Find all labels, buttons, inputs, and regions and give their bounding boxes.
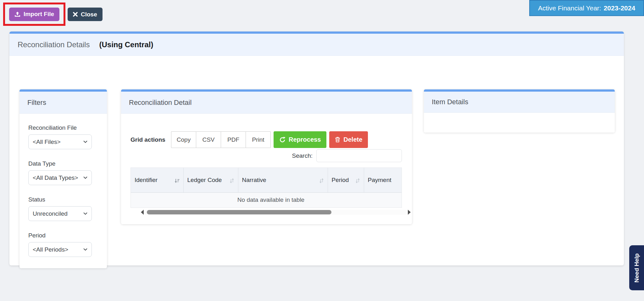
copy-button[interactable]: Copy bbox=[171, 131, 196, 148]
period-value: <All Periods> bbox=[33, 246, 68, 253]
data-type-value: <All Data Types> bbox=[33, 174, 78, 181]
export-button-group: Copy CSV PDF Print bbox=[171, 131, 271, 148]
close-label: Close bbox=[81, 11, 97, 18]
chevron-down-icon bbox=[83, 140, 87, 143]
sort-desc-icon bbox=[175, 179, 180, 183]
reconciliation-file-value: <All Files> bbox=[33, 139, 61, 145]
need-help-label: Need Help bbox=[633, 253, 640, 282]
reconciliation-file-label: Reconciliation File bbox=[28, 124, 99, 131]
filter-field-period: Period <All Periods> bbox=[28, 232, 99, 257]
trash-icon bbox=[335, 137, 340, 143]
reprocess-button[interactable]: Reprocess bbox=[274, 131, 326, 148]
import-highlight-box: Import File bbox=[3, 3, 65, 26]
chevron-down-icon bbox=[83, 212, 87, 215]
need-help-tab[interactable]: Need Help bbox=[629, 245, 644, 290]
item-details-body bbox=[424, 113, 615, 133]
reconciliation-table: Identifier bbox=[131, 168, 402, 208]
data-type-select[interactable]: <All Data Types> bbox=[28, 170, 92, 185]
search-input[interactable] bbox=[316, 149, 402, 162]
item-details-card: Item Details bbox=[424, 89, 615, 133]
financial-year-prefix: Active Financial Year: bbox=[538, 4, 601, 12]
csv-button[interactable]: CSV bbox=[196, 131, 221, 148]
scroll-right-button[interactable] bbox=[407, 210, 411, 215]
chevron-down-icon bbox=[83, 248, 87, 251]
reconciliation-detail-header: Reconciliation Detail bbox=[121, 92, 412, 114]
filters-card: Filters Reconciliation File <All Files> … bbox=[19, 89, 107, 268]
upload-icon bbox=[14, 12, 20, 17]
empty-table-message: No data available in table bbox=[131, 192, 402, 207]
status-select[interactable]: Unreconciled bbox=[28, 206, 92, 221]
filters-card-body: Reconciliation File <All Files> Data Typ… bbox=[19, 114, 107, 257]
reconciliation-detail-body: Grid actions Copy CSV PDF Print bbox=[121, 114, 412, 215]
status-label: Status bbox=[28, 196, 99, 203]
search-row: Search: bbox=[130, 149, 402, 162]
reconciliation-detail-card: Reconciliation Detail Grid actions Copy … bbox=[121, 89, 412, 224]
financial-year-value: 2023-2024 bbox=[604, 4, 635, 12]
period-label: Period bbox=[28, 232, 99, 239]
column-header-ledger-code[interactable]: Ledger Code bbox=[183, 168, 238, 192]
column-header-narrative[interactable]: Narrative bbox=[238, 168, 328, 192]
delete-button[interactable]: Delete bbox=[329, 131, 368, 148]
close-icon bbox=[73, 12, 78, 17]
column-header-period[interactable]: Period bbox=[328, 168, 364, 192]
reprocess-label: Reprocess bbox=[289, 136, 321, 143]
grid-actions-row: Grid actions Copy CSV PDF Print bbox=[130, 131, 412, 148]
reconciliation-file-select[interactable]: <All Files> bbox=[28, 134, 92, 149]
import-file-label: Import File bbox=[24, 11, 54, 18]
scroll-left-button[interactable] bbox=[140, 210, 144, 215]
delete-label: Delete bbox=[343, 136, 362, 143]
reconciliation-details-panel: Reconciliation Details (Using Central) F… bbox=[9, 31, 624, 265]
column-header-identifier[interactable]: Identifier bbox=[131, 168, 183, 192]
scrollbar-thumb[interactable] bbox=[147, 210, 331, 214]
print-button[interactable]: Print bbox=[246, 131, 271, 148]
filters-card-header: Filters bbox=[19, 92, 107, 114]
panel-body: Filters Reconciliation File <All Files> … bbox=[9, 56, 624, 265]
grid-actions-label: Grid actions bbox=[130, 136, 171, 143]
status-value: Unreconciled bbox=[33, 210, 68, 217]
sort-both-icon bbox=[355, 178, 360, 183]
filter-field-reconciliation-file: Reconciliation File <All Files> bbox=[28, 124, 99, 149]
data-type-label: Data Type bbox=[28, 160, 99, 167]
financial-year-badge: Active Financial Year: 2023-2024 bbox=[529, 0, 644, 16]
period-select[interactable]: <All Periods> bbox=[28, 242, 92, 257]
chevron-down-icon bbox=[83, 176, 87, 179]
search-label: Search: bbox=[292, 152, 313, 159]
refresh-icon bbox=[279, 137, 286, 143]
column-header-payment[interactable]: Payment bbox=[364, 168, 402, 192]
reconciliation-table-container: Identifier bbox=[130, 168, 402, 208]
table-header-row: Identifier bbox=[131, 168, 402, 192]
item-details-header: Item Details bbox=[424, 92, 615, 113]
page-subtitle: (Using Central) bbox=[99, 40, 153, 49]
empty-table-row: No data available in table bbox=[131, 192, 402, 207]
sort-both-icon bbox=[230, 178, 234, 183]
pdf-button[interactable]: PDF bbox=[221, 131, 246, 148]
import-file-button[interactable]: Import File bbox=[9, 8, 59, 21]
close-button[interactable]: Close bbox=[68, 8, 103, 21]
scroll-left-arrow-icon bbox=[141, 210, 144, 215]
page-title: Reconciliation Details bbox=[18, 40, 90, 49]
scrollbar-track[interactable] bbox=[145, 210, 406, 215]
page: Import File Close Active Financial Year:… bbox=[0, 0, 644, 301]
filter-field-status: Status Unreconciled bbox=[28, 196, 99, 221]
panel-header: Reconciliation Details (Using Central) bbox=[9, 34, 624, 56]
scroll-right-arrow-icon bbox=[408, 210, 411, 215]
sort-both-icon bbox=[319, 178, 324, 183]
horizontal-scrollbar[interactable] bbox=[140, 209, 411, 215]
filter-field-data-type: Data Type <All Data Types> bbox=[28, 160, 99, 185]
